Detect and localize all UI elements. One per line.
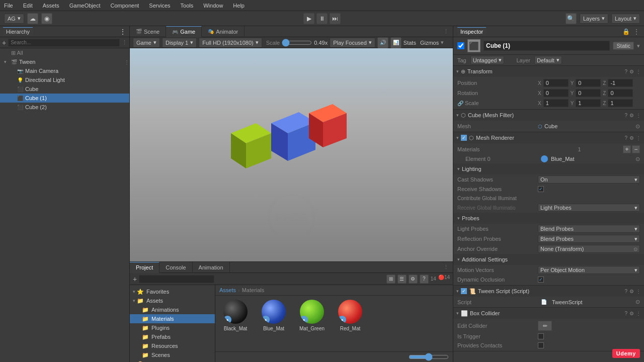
add-material-button[interactable]: + bbox=[623, 145, 631, 153]
position-x[interactable] bbox=[543, 79, 569, 87]
object-name-field[interactable]: Cube (1) bbox=[484, 41, 610, 51]
hierarchy-item-all[interactable]: ⊞ All bbox=[0, 48, 129, 57]
list-view-icon[interactable]: ☰ bbox=[397, 275, 407, 284]
tag-dropdown[interactable]: Untagged ▾ bbox=[470, 56, 505, 64]
mesh-renderer-header[interactable]: ▾ ✓ ⬡ Mesh Renderer ? ⚙ ⋮ bbox=[453, 132, 644, 143]
stats-label[interactable]: Stats bbox=[404, 40, 416, 46]
hierarchy-options-icon[interactable]: ⋮ bbox=[122, 39, 127, 46]
settings-icon[interactable]: ⚙ bbox=[629, 311, 634, 316]
tree-item-prefabs[interactable]: ▾ 📁 Prefabs bbox=[130, 332, 215, 341]
menu-edit[interactable]: Edit bbox=[21, 2, 35, 10]
add-hierarchy-button[interactable]: + bbox=[2, 39, 6, 47]
tree-item-packages[interactable]: ▸ 📦 Packages bbox=[130, 359, 215, 362]
remove-material-button[interactable]: − bbox=[632, 145, 640, 153]
position-z[interactable] bbox=[608, 79, 633, 87]
receive-shadows-checkbox[interactable] bbox=[538, 186, 544, 192]
hierarchy-item-maincamera[interactable]: 📷 Main Camera bbox=[0, 66, 129, 75]
tree-item-materials[interactable]: ▾ 📁 Materials bbox=[130, 314, 215, 323]
help-icon[interactable]: ? bbox=[624, 311, 627, 316]
project-search[interactable] bbox=[139, 275, 214, 283]
scale-slider[interactable] bbox=[282, 39, 312, 46]
tab-animator[interactable]: 🎭 Animator bbox=[202, 26, 245, 37]
menu-assets[interactable]: Assets bbox=[41, 2, 61, 10]
menu-icon[interactable]: ⋮ bbox=[636, 113, 641, 118]
hierarchy-item-dlight[interactable]: 💡 Directional Light bbox=[0, 75, 129, 84]
inspector-tab[interactable]: Inspector bbox=[457, 27, 486, 36]
mute-icon[interactable]: 🔊 bbox=[377, 37, 388, 48]
step-button[interactable]: ⏭ bbox=[330, 13, 341, 24]
account-dropdown[interactable]: AG ▾ bbox=[4, 14, 24, 24]
mesh-renderer-enabled-checkbox[interactable]: ✓ bbox=[461, 135, 467, 141]
resolution-dropdown[interactable]: Full HD (1920x1080) ▾ bbox=[199, 38, 262, 48]
tab-scene[interactable]: 🎬 Scene bbox=[130, 26, 166, 37]
help-icon[interactable]: ? bbox=[420, 275, 429, 284]
mesh-link-icon[interactable]: ⊙ bbox=[635, 123, 640, 130]
object-active-checkbox[interactable] bbox=[457, 42, 464, 49]
lock-scale-icon[interactable]: 🔗 bbox=[457, 101, 463, 106]
dynamic-occlusion-checkbox[interactable] bbox=[538, 277, 544, 283]
menu-icon[interactable]: ⋮ bbox=[636, 311, 641, 316]
menu-icon[interactable]: ⋮ bbox=[636, 69, 641, 74]
project-menu-icon[interactable]: ⋮ bbox=[443, 264, 453, 270]
help-icon[interactable]: ? bbox=[624, 289, 627, 294]
script-value[interactable]: TweenScript bbox=[552, 299, 583, 305]
settings-icon[interactable]: ⚙ bbox=[629, 135, 634, 141]
tween-script-enabled-checkbox[interactable]: ✓ bbox=[461, 288, 467, 294]
transform-header[interactable]: ▾ ⊕ Transform ? ⚙ ⋮ bbox=[453, 66, 644, 77]
element0-value[interactable]: Blue_Mat bbox=[551, 156, 574, 162]
tab-console[interactable]: Console bbox=[159, 262, 192, 273]
hierarchy-search[interactable] bbox=[8, 39, 120, 47]
position-y[interactable] bbox=[576, 79, 601, 87]
settings-icon[interactable]: ⚙ bbox=[629, 69, 634, 74]
pause-button[interactable]: ⏸ bbox=[316, 13, 328, 24]
probes-header[interactable]: ▾ Probes bbox=[453, 213, 644, 224]
anchor-override-dropdown[interactable]: None (Transform) ⊙ bbox=[538, 245, 640, 253]
game-display-dropdown[interactable]: Game ▾ bbox=[133, 38, 160, 48]
gizmos-label[interactable]: Gizmos bbox=[420, 40, 439, 46]
hierarchy-item-cube1[interactable]: ⬛ Cube (1) bbox=[0, 94, 129, 103]
search-icon[interactable]: 🔍 bbox=[566, 13, 577, 24]
additional-settings-header[interactable]: ▾ Additional Settings bbox=[453, 254, 644, 265]
cast-shadows-dropdown[interactable]: On ▾ bbox=[538, 175, 640, 184]
hierarchy-item-cube2[interactable]: ⬛ Cube (2) bbox=[0, 103, 129, 112]
tween-script-header[interactable]: ▾ ✓ 📜 Tween Script (Script) ? ⚙ ⋮ bbox=[453, 286, 644, 297]
tab-animation[interactable]: Animation bbox=[193, 262, 230, 273]
menu-help[interactable]: Help bbox=[231, 2, 247, 10]
box-collider-header[interactable]: ▾ ⬜ Box Collider ? ⚙ ⋮ bbox=[453, 308, 644, 319]
tree-item-assets[interactable]: ▾ 📁 Assets bbox=[130, 296, 215, 305]
lighting-header[interactable]: ▾ Lighting bbox=[453, 163, 644, 174]
element0-link-icon[interactable]: ⊙ bbox=[635, 156, 640, 162]
settings-icon[interactable]: ⚙ bbox=[629, 289, 634, 294]
menu-services[interactable]: Services bbox=[147, 2, 172, 10]
tab-project[interactable]: Project bbox=[130, 262, 159, 273]
rotation-z[interactable] bbox=[608, 89, 633, 97]
layers-dropdown[interactable]: Layers ▾ bbox=[580, 14, 608, 24]
stats-icon[interactable]: 📊 bbox=[390, 37, 401, 48]
link-icon[interactable]: ⊙ bbox=[633, 246, 637, 252]
asset-red-mat[interactable]: ● Red_Mat bbox=[334, 300, 366, 331]
display-number-dropdown[interactable]: Display 1 ▾ bbox=[162, 38, 197, 48]
play-focused-dropdown[interactable]: Play Focused ▾ bbox=[330, 38, 375, 48]
menu-icon[interactable]: ⋮ bbox=[636, 289, 641, 294]
scene-options[interactable]: ⋮ bbox=[124, 59, 129, 65]
rotation-y[interactable] bbox=[576, 89, 601, 97]
provides-contacts-checkbox[interactable] bbox=[538, 342, 544, 348]
asset-black-mat[interactable]: ● Black_Mat bbox=[219, 300, 252, 331]
tree-item-plugins[interactable]: ▾ 📁 Plugins bbox=[130, 323, 215, 332]
scale-z[interactable] bbox=[608, 99, 633, 107]
view-menu-icon[interactable]: ⋮ bbox=[443, 28, 453, 35]
settings-icon[interactable]: ⚙ bbox=[409, 275, 418, 284]
is-trigger-checkbox[interactable] bbox=[538, 333, 544, 339]
tree-item-scenes[interactable]: ▾ 📁 Scenes bbox=[130, 350, 215, 359]
edit-collider-button[interactable]: ✏ bbox=[538, 321, 552, 331]
motion-vectors-dropdown[interactable]: Per Object Motion ▾ bbox=[538, 266, 640, 274]
inspector-lock-icon[interactable]: 🔒 bbox=[622, 28, 630, 35]
asset-blue-mat[interactable]: ● Blue_Mat bbox=[258, 300, 290, 331]
breadcrumb-materials[interactable]: Materials bbox=[242, 287, 265, 293]
menu-gameobject[interactable]: GameObject bbox=[67, 2, 103, 10]
scale-x[interactable] bbox=[543, 99, 569, 107]
tree-item-favorites[interactable]: ▾ ⭐ Favorites bbox=[130, 287, 215, 296]
menu-tools[interactable]: Tools bbox=[179, 2, 196, 10]
scale-y[interactable] bbox=[576, 99, 601, 107]
menu-file[interactable]: File bbox=[2, 2, 15, 10]
